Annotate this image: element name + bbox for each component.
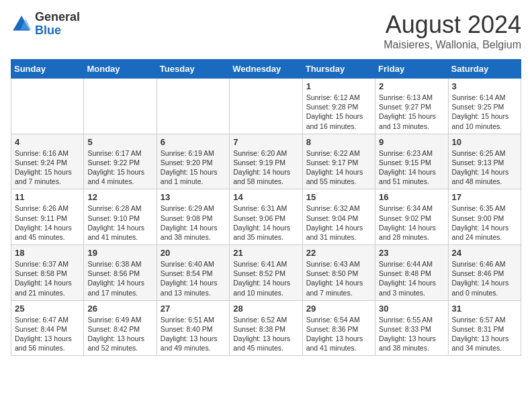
day-number: 17 <box>452 192 517 202</box>
day-number: 31 <box>452 304 517 314</box>
day-info: Sunrise: 6:23 AMSunset: 9:15 PMDaylight:… <box>379 148 444 187</box>
day-info: Sunrise: 6:40 AMSunset: 8:54 PMDaylight:… <box>161 259 226 298</box>
calendar-cell: 1Sunrise: 6:12 AMSunset: 9:28 PMDaylight… <box>302 79 375 134</box>
calendar-week-row: 11Sunrise: 6:26 AMSunset: 9:11 PMDayligh… <box>11 189 521 245</box>
day-info: Sunrise: 6:19 AMSunset: 9:20 PMDaylight:… <box>161 148 226 187</box>
day-number: 7 <box>233 137 298 147</box>
day-info: Sunrise: 6:26 AMSunset: 9:11 PMDaylight:… <box>15 203 80 242</box>
day-info: Sunrise: 6:31 AMSunset: 9:06 PMDaylight:… <box>233 203 298 242</box>
calendar-cell: 20Sunrise: 6:40 AMSunset: 8:54 PMDayligh… <box>157 245 229 301</box>
calendar-cell: 11Sunrise: 6:26 AMSunset: 9:11 PMDayligh… <box>11 189 84 245</box>
day-number: 18 <box>15 248 80 258</box>
day-info: Sunrise: 6:49 AMSunset: 8:42 PMDaylight:… <box>87 315 152 353</box>
calendar-cell: 29Sunrise: 6:54 AMSunset: 8:36 PMDayligh… <box>302 300 375 356</box>
calendar-table: SundayMondayTuesdayWednesdayThursdayFrid… <box>11 59 521 356</box>
day-number: 11 <box>15 192 80 202</box>
day-info: Sunrise: 6:52 AMSunset: 8:38 PMDaylight:… <box>233 315 298 353</box>
day-number: 27 <box>161 304 226 314</box>
calendar-cell: 24Sunrise: 6:46 AMSunset: 8:46 PMDayligh… <box>448 245 521 301</box>
calendar-cell: 14Sunrise: 6:31 AMSunset: 9:06 PMDayligh… <box>230 189 302 245</box>
day-of-week-header: Saturday <box>448 60 521 79</box>
calendar-cell: 13Sunrise: 6:29 AMSunset: 9:08 PMDayligh… <box>157 189 229 245</box>
day-number: 13 <box>161 192 226 202</box>
calendar-cell: 12Sunrise: 6:28 AMSunset: 9:10 PMDayligh… <box>84 189 157 245</box>
days-header-row: SundayMondayTuesdayWednesdayThursdayFrid… <box>11 60 521 79</box>
logo-blue-text: Blue <box>35 24 80 38</box>
day-of-week-header: Thursday <box>302 60 375 79</box>
day-number: 6 <box>161 137 226 147</box>
day-number: 12 <box>87 192 152 202</box>
calendar-cell: 19Sunrise: 6:38 AMSunset: 8:56 PMDayligh… <box>84 245 157 301</box>
day-info: Sunrise: 6:29 AMSunset: 9:08 PMDaylight:… <box>161 203 226 242</box>
calendar-cell <box>84 79 157 134</box>
day-info: Sunrise: 6:17 AMSunset: 9:22 PMDaylight:… <box>87 148 152 187</box>
calendar-cell: 10Sunrise: 6:25 AMSunset: 9:13 PMDayligh… <box>448 134 521 189</box>
calendar-cell: 25Sunrise: 6:47 AMSunset: 8:44 PMDayligh… <box>11 300 84 356</box>
day-number: 2 <box>379 81 444 91</box>
day-of-week-header: Monday <box>84 60 157 79</box>
day-number: 3 <box>452 81 517 91</box>
calendar-cell: 9Sunrise: 6:23 AMSunset: 9:15 PMDaylight… <box>375 134 448 189</box>
calendar-cell: 7Sunrise: 6:20 AMSunset: 9:19 PMDaylight… <box>230 134 302 189</box>
title-area: August 2024 Maisieres, Wallonia, Belgium <box>384 11 521 51</box>
day-number: 14 <box>233 192 298 202</box>
day-info: Sunrise: 6:16 AMSunset: 9:24 PMDaylight:… <box>15 148 80 187</box>
header: General Blue August 2024 Maisieres, Wall… <box>11 11 521 51</box>
calendar-cell: 6Sunrise: 6:19 AMSunset: 9:20 PMDaylight… <box>157 134 229 189</box>
day-info: Sunrise: 6:41 AMSunset: 8:52 PMDaylight:… <box>233 259 298 298</box>
day-info: Sunrise: 6:22 AMSunset: 9:17 PMDaylight:… <box>306 148 371 187</box>
day-info: Sunrise: 6:13 AMSunset: 9:27 PMDaylight:… <box>379 93 444 131</box>
day-info: Sunrise: 6:43 AMSunset: 8:50 PMDaylight:… <box>306 259 371 298</box>
day-info: Sunrise: 6:57 AMSunset: 8:31 PMDaylight:… <box>452 315 517 353</box>
day-number: 10 <box>452 137 517 147</box>
calendar-cell: 4Sunrise: 6:16 AMSunset: 9:24 PMDaylight… <box>11 134 84 189</box>
calendar-cell: 27Sunrise: 6:51 AMSunset: 8:40 PMDayligh… <box>157 300 229 356</box>
calendar-cell: 28Sunrise: 6:52 AMSunset: 8:38 PMDayligh… <box>230 300 302 356</box>
calendar-cell: 16Sunrise: 6:34 AMSunset: 9:02 PMDayligh… <box>375 189 448 245</box>
day-number: 1 <box>306 81 371 91</box>
day-of-week-header: Wednesday <box>230 60 302 79</box>
day-of-week-header: Sunday <box>11 60 84 79</box>
day-number: 28 <box>233 304 298 314</box>
calendar-cell: 22Sunrise: 6:43 AMSunset: 8:50 PMDayligh… <box>302 245 375 301</box>
calendar-week-row: 1Sunrise: 6:12 AMSunset: 9:28 PMDaylight… <box>11 79 521 134</box>
day-info: Sunrise: 6:25 AMSunset: 9:13 PMDaylight:… <box>452 148 517 187</box>
calendar-cell <box>230 79 302 134</box>
day-info: Sunrise: 6:12 AMSunset: 9:28 PMDaylight:… <box>306 93 371 131</box>
day-number: 19 <box>87 248 152 258</box>
day-info: Sunrise: 6:44 AMSunset: 8:48 PMDaylight:… <box>379 259 444 298</box>
calendar-cell: 15Sunrise: 6:32 AMSunset: 9:04 PMDayligh… <box>302 189 375 245</box>
day-number: 15 <box>306 192 371 202</box>
day-info: Sunrise: 6:37 AMSunset: 8:58 PMDaylight:… <box>15 259 80 298</box>
calendar-cell: 30Sunrise: 6:55 AMSunset: 8:33 PMDayligh… <box>375 300 448 356</box>
day-info: Sunrise: 6:47 AMSunset: 8:44 PMDaylight:… <box>15 315 80 353</box>
logo-general-text: General <box>35 11 80 24</box>
calendar-week-row: 25Sunrise: 6:47 AMSunset: 8:44 PMDayligh… <box>11 300 521 356</box>
location-subtitle: Maisieres, Wallonia, Belgium <box>384 39 521 51</box>
day-number: 16 <box>379 192 444 202</box>
calendar-cell: 31Sunrise: 6:57 AMSunset: 8:31 PMDayligh… <box>448 300 521 356</box>
calendar-cell: 18Sunrise: 6:37 AMSunset: 8:58 PMDayligh… <box>11 245 84 301</box>
calendar-week-row: 18Sunrise: 6:37 AMSunset: 8:58 PMDayligh… <box>11 245 521 301</box>
calendar-cell <box>11 79 84 134</box>
calendar-cell <box>157 79 229 134</box>
day-of-week-header: Friday <box>375 60 448 79</box>
day-info: Sunrise: 6:28 AMSunset: 9:10 PMDaylight:… <box>87 203 152 242</box>
day-number: 4 <box>15 137 80 147</box>
day-number: 25 <box>15 304 80 314</box>
calendar-cell: 23Sunrise: 6:44 AMSunset: 8:48 PMDayligh… <box>375 245 448 301</box>
day-number: 9 <box>379 137 444 147</box>
calendar-cell: 21Sunrise: 6:41 AMSunset: 8:52 PMDayligh… <box>230 245 302 301</box>
day-info: Sunrise: 6:38 AMSunset: 8:56 PMDaylight:… <box>87 259 152 298</box>
day-number: 26 <box>87 304 152 314</box>
calendar-cell: 26Sunrise: 6:49 AMSunset: 8:42 PMDayligh… <box>84 300 157 356</box>
calendar-cell: 8Sunrise: 6:22 AMSunset: 9:17 PMDaylight… <box>302 134 375 189</box>
day-info: Sunrise: 6:55 AMSunset: 8:33 PMDaylight:… <box>379 315 444 353</box>
day-info: Sunrise: 6:51 AMSunset: 8:40 PMDaylight:… <box>161 315 226 353</box>
calendar-cell: 2Sunrise: 6:13 AMSunset: 9:27 PMDaylight… <box>375 79 448 134</box>
day-number: 22 <box>306 248 371 258</box>
day-info: Sunrise: 6:35 AMSunset: 9:00 PMDaylight:… <box>452 203 517 242</box>
calendar-cell: 17Sunrise: 6:35 AMSunset: 9:00 PMDayligh… <box>448 189 521 245</box>
calendar-cell: 5Sunrise: 6:17 AMSunset: 9:22 PMDaylight… <box>84 134 157 189</box>
calendar-week-row: 4Sunrise: 6:16 AMSunset: 9:24 PMDaylight… <box>11 134 521 189</box>
